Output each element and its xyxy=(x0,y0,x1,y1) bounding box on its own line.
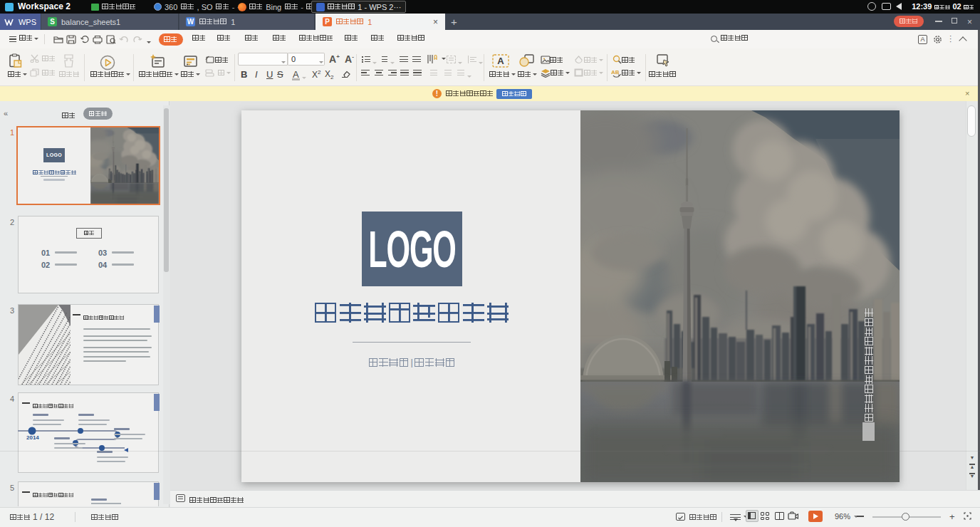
svg-text:A: A xyxy=(497,56,504,66)
svg-text:AB: AB xyxy=(611,69,620,75)
svg-text:2014: 2014 xyxy=(26,434,39,441)
